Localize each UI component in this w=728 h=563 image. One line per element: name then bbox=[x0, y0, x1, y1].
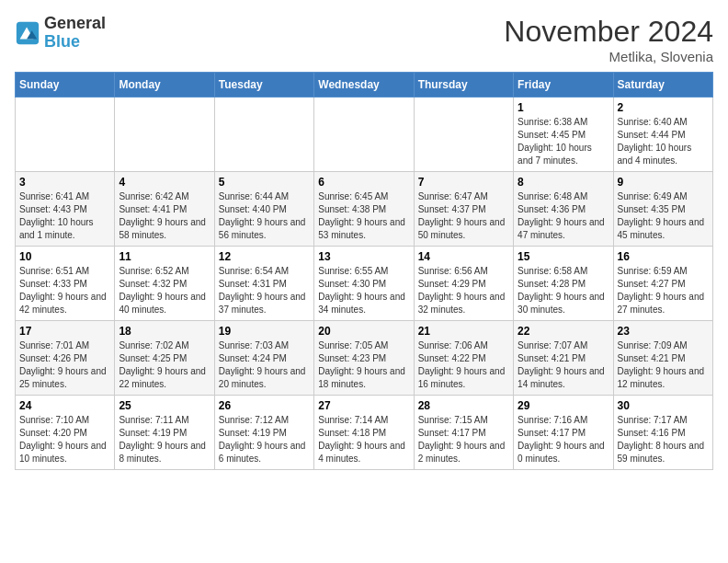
day-number: 6 bbox=[318, 176, 409, 189]
day-number: 23 bbox=[618, 325, 709, 338]
calendar-cell bbox=[314, 98, 414, 172]
calendar-cell: 2Sunrise: 6:40 AM Sunset: 4:44 PM Daylig… bbox=[613, 98, 712, 172]
day-number: 20 bbox=[318, 325, 409, 338]
day-number: 1 bbox=[518, 101, 609, 114]
calendar-cell bbox=[115, 98, 214, 172]
calendar-cell: 22Sunrise: 7:07 AM Sunset: 4:21 PM Dayli… bbox=[514, 321, 613, 396]
calendar-cell: 29Sunrise: 7:16 AM Sunset: 4:17 PM Dayli… bbox=[514, 396, 613, 470]
day-number: 21 bbox=[418, 325, 509, 338]
month-title: November 2024 bbox=[504, 15, 713, 49]
calendar-cell: 20Sunrise: 7:05 AM Sunset: 4:23 PM Dayli… bbox=[314, 321, 414, 396]
day-number: 27 bbox=[318, 399, 409, 412]
day-info: Sunrise: 7:10 AM Sunset: 4:20 PM Dayligh… bbox=[19, 414, 110, 465]
day-number: 28 bbox=[418, 399, 509, 412]
day-info: Sunrise: 6:40 AM Sunset: 4:44 PM Dayligh… bbox=[618, 116, 709, 167]
day-number: 16 bbox=[618, 250, 709, 263]
calendar-cell: 8Sunrise: 6:48 AM Sunset: 4:36 PM Daylig… bbox=[514, 172, 613, 247]
calendar-cell: 30Sunrise: 7:17 AM Sunset: 4:16 PM Dayli… bbox=[613, 396, 712, 470]
day-number: 22 bbox=[518, 325, 609, 338]
day-number: 7 bbox=[418, 176, 509, 189]
day-number: 8 bbox=[518, 176, 609, 189]
day-info: Sunrise: 7:01 AM Sunset: 4:26 PM Dayligh… bbox=[19, 339, 110, 391]
calendar-cell: 19Sunrise: 7:03 AM Sunset: 4:24 PM Dayli… bbox=[214, 321, 313, 396]
calendar-week-row: 3Sunrise: 6:41 AM Sunset: 4:43 PM Daylig… bbox=[16, 172, 713, 247]
weekday-header-row: SundayMondayTuesdayWednesdayThursdayFrid… bbox=[16, 73, 713, 98]
day-number: 5 bbox=[219, 176, 310, 189]
day-info: Sunrise: 7:06 AM Sunset: 4:22 PM Dayligh… bbox=[418, 339, 509, 391]
day-info: Sunrise: 6:48 AM Sunset: 4:36 PM Dayligh… bbox=[518, 190, 609, 242]
weekday-header-wednesday: Wednesday bbox=[314, 73, 414, 98]
calendar-cell: 9Sunrise: 6:49 AM Sunset: 4:35 PM Daylig… bbox=[613, 172, 712, 247]
day-number: 25 bbox=[119, 399, 210, 412]
day-info: Sunrise: 6:55 AM Sunset: 4:30 PM Dayligh… bbox=[318, 265, 409, 316]
day-number: 10 bbox=[19, 250, 110, 263]
day-info: Sunrise: 7:15 AM Sunset: 4:17 PM Dayligh… bbox=[418, 414, 509, 465]
weekday-header-friday: Friday bbox=[514, 73, 613, 98]
day-info: Sunrise: 6:56 AM Sunset: 4:29 PM Dayligh… bbox=[418, 265, 509, 316]
day-number: 30 bbox=[618, 399, 709, 412]
day-info: Sunrise: 6:42 AM Sunset: 4:41 PM Dayligh… bbox=[119, 190, 210, 242]
day-info: Sunrise: 7:17 AM Sunset: 4:16 PM Dayligh… bbox=[618, 414, 709, 465]
day-number: 19 bbox=[219, 325, 310, 338]
logo-text: General Blue bbox=[44, 15, 106, 52]
location: Metlika, Slovenia bbox=[504, 49, 713, 64]
logo-icon bbox=[15, 20, 40, 46]
calendar-week-row: 17Sunrise: 7:01 AM Sunset: 4:26 PM Dayli… bbox=[16, 321, 713, 396]
logo-general-text: General bbox=[44, 14, 106, 32]
day-info: Sunrise: 7:11 AM Sunset: 4:19 PM Dayligh… bbox=[119, 414, 210, 465]
calendar-cell: 28Sunrise: 7:15 AM Sunset: 4:17 PM Dayli… bbox=[414, 396, 513, 470]
day-info: Sunrise: 6:54 AM Sunset: 4:31 PM Dayligh… bbox=[219, 265, 310, 316]
day-number: 15 bbox=[518, 250, 609, 263]
day-number: 11 bbox=[119, 250, 210, 263]
title-block: November 2024 Metlika, Slovenia bbox=[504, 15, 713, 64]
day-number: 17 bbox=[19, 325, 110, 338]
calendar-cell bbox=[414, 98, 513, 172]
day-number: 24 bbox=[19, 399, 110, 412]
calendar-cell: 10Sunrise: 6:51 AM Sunset: 4:33 PM Dayli… bbox=[16, 247, 115, 321]
day-info: Sunrise: 7:16 AM Sunset: 4:17 PM Dayligh… bbox=[518, 414, 609, 465]
calendar-cell: 3Sunrise: 6:41 AM Sunset: 4:43 PM Daylig… bbox=[16, 172, 115, 247]
weekday-header-thursday: Thursday bbox=[414, 73, 513, 98]
day-info: Sunrise: 6:52 AM Sunset: 4:32 PM Dayligh… bbox=[119, 265, 210, 316]
calendar-cell bbox=[214, 98, 313, 172]
day-info: Sunrise: 6:45 AM Sunset: 4:38 PM Dayligh… bbox=[318, 190, 409, 242]
day-number: 4 bbox=[119, 176, 210, 189]
calendar-cell: 18Sunrise: 7:02 AM Sunset: 4:25 PM Dayli… bbox=[115, 321, 214, 396]
calendar-cell: 13Sunrise: 6:55 AM Sunset: 4:30 PM Dayli… bbox=[314, 247, 414, 321]
day-info: Sunrise: 7:12 AM Sunset: 4:19 PM Dayligh… bbox=[219, 414, 310, 465]
day-number: 14 bbox=[418, 250, 509, 263]
calendar-cell: 1Sunrise: 6:38 AM Sunset: 4:45 PM Daylig… bbox=[514, 98, 613, 172]
day-number: 9 bbox=[618, 176, 709, 189]
calendar-cell: 27Sunrise: 7:14 AM Sunset: 4:18 PM Dayli… bbox=[314, 396, 414, 470]
weekday-header-tuesday: Tuesday bbox=[214, 73, 313, 98]
day-info: Sunrise: 6:47 AM Sunset: 4:37 PM Dayligh… bbox=[418, 190, 509, 242]
day-info: Sunrise: 7:03 AM Sunset: 4:24 PM Dayligh… bbox=[219, 339, 310, 391]
day-number: 13 bbox=[318, 250, 409, 263]
calendar-table: SundayMondayTuesdayWednesdayThursdayFrid… bbox=[15, 72, 713, 470]
calendar-cell bbox=[16, 98, 115, 172]
day-number: 12 bbox=[219, 250, 310, 263]
weekday-header-sunday: Sunday bbox=[16, 73, 115, 98]
logo: General Blue bbox=[15, 15, 106, 52]
weekday-header-saturday: Saturday bbox=[613, 73, 712, 98]
logo-blue-text: Blue bbox=[44, 32, 80, 51]
calendar-cell: 6Sunrise: 6:45 AM Sunset: 4:38 PM Daylig… bbox=[314, 172, 414, 247]
calendar-cell: 11Sunrise: 6:52 AM Sunset: 4:32 PM Dayli… bbox=[115, 247, 214, 321]
day-info: Sunrise: 6:59 AM Sunset: 4:27 PM Dayligh… bbox=[618, 265, 709, 316]
day-number: 29 bbox=[518, 399, 609, 412]
day-info: Sunrise: 7:14 AM Sunset: 4:18 PM Dayligh… bbox=[318, 414, 409, 465]
calendar-cell: 21Sunrise: 7:06 AM Sunset: 4:22 PM Dayli… bbox=[414, 321, 513, 396]
calendar-cell: 25Sunrise: 7:11 AM Sunset: 4:19 PM Dayli… bbox=[115, 396, 214, 470]
calendar-cell: 23Sunrise: 7:09 AM Sunset: 4:21 PM Dayli… bbox=[613, 321, 712, 396]
calendar-week-row: 1Sunrise: 6:38 AM Sunset: 4:45 PM Daylig… bbox=[16, 98, 713, 172]
page-header: General Blue November 2024 Metlika, Slov… bbox=[15, 15, 713, 64]
calendar-cell: 17Sunrise: 7:01 AM Sunset: 4:26 PM Dayli… bbox=[16, 321, 115, 396]
day-info: Sunrise: 6:38 AM Sunset: 4:45 PM Dayligh… bbox=[518, 116, 609, 167]
calendar-cell: 5Sunrise: 6:44 AM Sunset: 4:40 PM Daylig… bbox=[214, 172, 313, 247]
day-number: 18 bbox=[119, 325, 210, 338]
calendar-cell: 24Sunrise: 7:10 AM Sunset: 4:20 PM Dayli… bbox=[16, 396, 115, 470]
day-info: Sunrise: 6:49 AM Sunset: 4:35 PM Dayligh… bbox=[618, 190, 709, 242]
day-number: 3 bbox=[19, 176, 110, 189]
calendar-cell: 7Sunrise: 6:47 AM Sunset: 4:37 PM Daylig… bbox=[414, 172, 513, 247]
day-number: 2 bbox=[618, 101, 709, 114]
